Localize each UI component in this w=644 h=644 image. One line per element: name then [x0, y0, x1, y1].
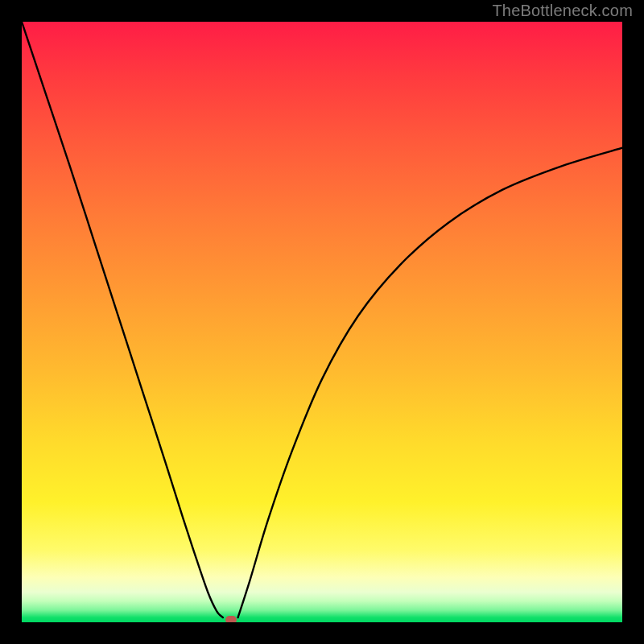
plot-area: [22, 22, 622, 622]
curve-svg: [22, 22, 622, 622]
chart-frame: TheBottleneck.com: [0, 0, 644, 644]
bottleneck-marker: [225, 616, 237, 622]
curve-right: [238, 148, 622, 617]
curve-left: [22, 22, 223, 617]
watermark-text: TheBottleneck.com: [492, 2, 633, 20]
